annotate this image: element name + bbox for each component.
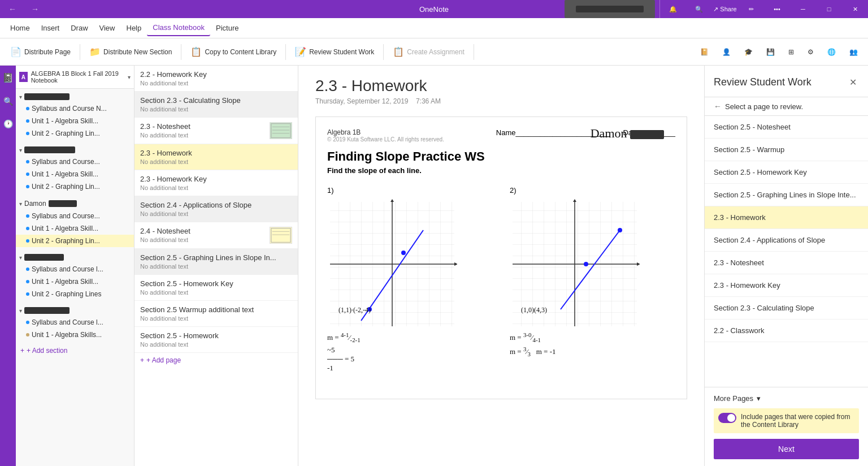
rp-item-active[interactable]: 2.3 - Homework xyxy=(705,206,868,229)
list-item[interactable]: Unit 1 - Algebra Skill... xyxy=(16,115,134,127)
rp-item-1[interactable]: Section 2.5 - Notesheet xyxy=(705,116,868,139)
rp-back[interactable]: ← Select a page to review. xyxy=(705,97,868,116)
menu-home[interactable]: Home xyxy=(5,20,36,36)
chevron-icon-damon: ▾ xyxy=(19,201,22,207)
section-header-1[interactable]: ▾ xyxy=(16,91,134,102)
section-header-3[interactable]: ▾ xyxy=(16,252,134,263)
more-btn[interactable]: ••• xyxy=(764,0,790,18)
sep1 xyxy=(80,44,80,60)
list-item[interactable]: Unit 2 - Graphing Lines xyxy=(16,288,134,300)
sep3 xyxy=(285,44,286,60)
svg-marker-11 xyxy=(390,199,394,202)
section-item-active[interactable]: 2.3 - Homework No additional text xyxy=(134,144,298,170)
copy-content-button[interactable]: 📋 Copy to Content Library xyxy=(185,43,282,61)
rp-item-9[interactable]: 2.2 - Classwork xyxy=(705,320,868,342)
menu-draw[interactable]: Draw xyxy=(65,20,93,36)
rp-item-8[interactable]: Section 2.3 - Calculating Slope xyxy=(705,297,868,320)
people-icon-btn[interactable]: 👥 xyxy=(844,45,863,59)
section-item[interactable]: Section 2.5 Warmup additional text No ad… xyxy=(134,301,298,327)
add-page-button[interactable]: + + Add page xyxy=(134,353,298,368)
menu-view[interactable]: View xyxy=(94,20,121,36)
settings-icon-btn[interactable]: ⚙ xyxy=(802,45,819,59)
list-item[interactable]: Syllabus and Course N... xyxy=(16,102,134,115)
window-controls: 🔔 🔍 ↗ Share ✏ ••• ─ □ ✕ xyxy=(560,0,868,18)
section-header-damon[interactable]: ▾ Damon xyxy=(16,197,134,210)
section-item[interactable]: 2.3 - Notesheet No additional text xyxy=(134,118,298,144)
rp-item-2[interactable]: Section 2.5 - Warmup xyxy=(705,139,868,161)
list-item[interactable]: Unit 1 - Algebra Skill... xyxy=(16,275,134,288)
pen-btn[interactable]: ✏ xyxy=(738,0,764,18)
list-item-active[interactable]: Unit 2 - Graphing Lin... xyxy=(16,235,134,247)
grid-icon-btn[interactable]: ⊞ xyxy=(783,45,800,59)
rp-item-3[interactable]: Section 2.5 - Homework Key xyxy=(705,161,868,184)
distribute-page-button[interactable]: 📄 Distribute Page xyxy=(5,43,76,61)
section-heading-item-2[interactable]: Section 2.4 - Applications of Slope No a… xyxy=(134,196,298,222)
rp-close-button[interactable]: ✕ xyxy=(847,75,859,90)
globe-icon-btn[interactable]: 🌐 xyxy=(822,45,841,59)
section-heading-item[interactable]: Section 2.3 - Calculating Slope No addit… xyxy=(134,92,298,118)
share-btn[interactable]: ↗ Share xyxy=(712,0,738,18)
section-group-2: ▾ Syllabus and Course... Unit 1 - Algebr… xyxy=(16,142,134,195)
svg-point-23 xyxy=(618,228,622,232)
person-icon-btn[interactable]: 👤 xyxy=(717,45,736,59)
section-panel: 2.2 - Homework Key No additional text Se… xyxy=(134,66,298,466)
rp-item-4[interactable]: Section 2.5 - Graphing Lines in Slope In… xyxy=(705,184,868,206)
forward-button[interactable]: → xyxy=(27,1,43,17)
sp-sub: No additional text xyxy=(140,184,292,191)
sidebar-search-icon[interactable]: 🔍 xyxy=(1,94,15,108)
menu-class-notebook[interactable]: Class Notebook xyxy=(147,20,210,36)
review-student-button[interactable]: 📝 Review Student Work xyxy=(289,43,380,61)
search-icon-btn[interactable]: 🔍 xyxy=(686,0,712,18)
distribute-section-button[interactable]: 📁 Distribute New Section xyxy=(84,43,177,61)
menu-help[interactable]: Help xyxy=(121,20,147,36)
notebook-header[interactable]: A ALGEBRA 1B Block 1 Fall 2019 Notebook … xyxy=(16,66,134,89)
list-item[interactable]: Unit 2 - Graphing Lin... xyxy=(16,180,134,193)
list-item[interactable]: Unit 1 - Algebra Skills... xyxy=(16,329,134,341)
section-group-1: ▾ Syllabus and Course N... Unit 1 - Alge… xyxy=(16,89,134,142)
section-item[interactable]: Section 2.5 - Homework Key No additional… xyxy=(134,275,298,301)
save-icon-btn[interactable]: 💾 xyxy=(761,45,780,59)
rp-item-5[interactable]: Section 2.4 - Applications of Slope xyxy=(705,229,868,252)
next-button[interactable]: Next xyxy=(714,439,859,459)
list-item[interactable]: Syllabus and Course... xyxy=(16,210,134,222)
menu-picture[interactable]: Picture xyxy=(210,20,244,36)
page-name: Unit 1 - Algebra Skill... xyxy=(32,278,131,286)
list-item[interactable]: Syllabus and Course... xyxy=(16,156,134,168)
more-pages-toggle[interactable]: More Pages ▾ xyxy=(714,394,859,403)
sidebar-book-icon[interactable]: 📓 xyxy=(0,70,16,85)
section-header-4[interactable]: ▾ xyxy=(16,305,134,316)
student-name-scribble: Damon xyxy=(591,126,664,141)
graph-1-calc: m = 4-1⁄-2-1 ~5 ─── = 5 -1 xyxy=(327,331,493,373)
list-item[interactable]: Unit 1 - Algebra Skill... xyxy=(16,222,134,235)
menu-insert[interactable]: Insert xyxy=(36,20,66,36)
section-item[interactable]: 2.2 - Homework Key No additional text xyxy=(134,66,298,92)
section-heading-item-3[interactable]: Section 2.5 - Graphing Lines in Slope In… xyxy=(134,249,298,275)
rp-item-6[interactable]: 2.3 - Notesheet xyxy=(705,252,868,274)
minimize-button[interactable]: ─ xyxy=(790,0,816,18)
back-button[interactable]: ← xyxy=(5,1,20,17)
section-item[interactable]: Section 2.5 - Homework No additional tex… xyxy=(134,327,298,353)
section-item[interactable]: 2.4 - Notesheet No additional text xyxy=(134,222,298,249)
notebook-icon-btn[interactable]: 📔 xyxy=(695,45,714,59)
maximize-button[interactable]: □ xyxy=(816,0,842,18)
section-header-2[interactable]: ▾ xyxy=(16,144,134,156)
close-button[interactable]: ✕ xyxy=(842,0,868,18)
grad-icon-btn[interactable]: 🎓 xyxy=(739,45,758,59)
share-button[interactable]: 🔔 xyxy=(660,0,686,18)
list-item[interactable]: Unit 1 - Algebra Skill... xyxy=(16,168,134,180)
add-section-button[interactable]: + + Add section xyxy=(16,343,134,358)
rp-item-7[interactable]: 2.3 - Homework Key xyxy=(705,274,868,297)
sp-sub: No additional text xyxy=(140,132,265,139)
sep2 xyxy=(181,44,181,60)
list-item[interactable]: Syllabus and Course l... xyxy=(16,263,134,275)
include-toggle[interactable] xyxy=(718,413,736,423)
rp-list: Section 2.5 - Notesheet Section 2.5 - Wa… xyxy=(705,116,868,387)
list-item[interactable]: Syllabus and Course l... xyxy=(16,316,134,329)
redacted-name-1 xyxy=(24,93,70,100)
section-item[interactable]: 2.3 - Homework Key No additional text xyxy=(134,170,298,196)
list-item[interactable]: Unit 2 - Graphing Lin... xyxy=(16,127,134,140)
create-assignment-button[interactable]: 📋 Create Assignment xyxy=(387,43,470,61)
rp-back-text: Select a page to review. xyxy=(725,102,803,111)
svg-point-22 xyxy=(584,262,588,266)
sidebar-recent-icon[interactable]: 🕐 xyxy=(1,117,15,131)
